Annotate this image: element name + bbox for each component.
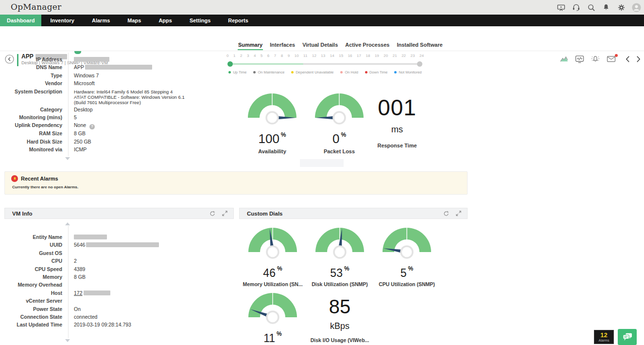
- dial-label: Disk I/O Usage (VIWeb...: [306, 337, 373, 343]
- tab-active-processes[interactable]: Active Processes: [345, 41, 390, 50]
- slider-start-knob[interactable]: [227, 61, 233, 67]
- nav-item-maps[interactable]: Maps: [119, 15, 150, 26]
- info-value: APP: [74, 63, 152, 71]
- dial-unit: %: [277, 330, 282, 337]
- timeline-tick: 14: [330, 54, 334, 58]
- gear-icon[interactable]: [616, 2, 626, 12]
- redacted-value: [74, 57, 109, 62]
- info-value[interactable]: 172: [74, 289, 110, 297]
- info-label: Uplink Dependency: [0, 121, 62, 129]
- support-headset-icon[interactable]: [571, 2, 581, 12]
- chevron-right-icon[interactable]: [636, 55, 641, 63]
- dial-unit: %: [281, 131, 286, 138]
- info-value-text: Hardware: Intel64 Family 6 Model 85 Step…: [74, 89, 185, 105]
- info-row-vendor: VendorMicrosoft: [0, 79, 199, 87]
- timeline-tick: 7: [274, 54, 276, 58]
- user-avatar[interactable]: [631, 2, 641, 12]
- dial-label: Disk Utilization (SNMP): [306, 281, 373, 287]
- timeline-tick: 6: [267, 54, 269, 58]
- tab-installed-software[interactable]: Installed Software: [396, 41, 443, 50]
- timeline-ticks: 0123456789101112131415161718192021222324: [226, 54, 424, 58]
- timeline-tick: 9: [288, 54, 290, 58]
- nav-item-settings[interactable]: Settings: [181, 15, 219, 26]
- info-label: DNS Name: [0, 63, 62, 71]
- info-value-text: Microsoft: [74, 80, 95, 86]
- legend-item-on-hold: On Hold: [340, 70, 358, 74]
- availability-dials: 100%Availability0%Packet Loss001msRespon…: [242, 91, 430, 154]
- info-value-text: 2: [74, 258, 77, 264]
- info-value: 8 GB: [74, 273, 86, 281]
- legend-dot: [340, 71, 343, 73]
- tab-summary[interactable]: Summary: [238, 41, 263, 50]
- ringing-bell-icon[interactable]: [591, 55, 600, 63]
- info-value-text: connected: [74, 314, 97, 320]
- nav-item-reports[interactable]: Reports: [219, 15, 257, 26]
- nav-item-dashboard[interactable]: Dashboard: [0, 15, 41, 26]
- tab-interfaces[interactable]: Interfaces: [269, 41, 296, 50]
- dial-disk-i-o-usage-viweb[interactable]: 85kBpsDisk I/O Usage (VIWeb...: [306, 291, 373, 345]
- timeline-tick: 19: [375, 54, 379, 58]
- info-value-text: 5646: [74, 242, 85, 248]
- nav-item-inventory[interactable]: Inventory: [41, 15, 83, 26]
- vm-scroll-up-caret[interactable]: [65, 222, 70, 225]
- info-value: Hardware: Intel64 Family 6 Model 85 Step…: [74, 88, 186, 106]
- slider-end-knob[interactable]: [417, 61, 422, 67]
- gauge: [247, 291, 298, 325]
- dial-packet-loss[interactable]: 0%Packet Loss: [309, 91, 369, 154]
- info-value: Desktop: [74, 106, 93, 113]
- gauge: [314, 91, 365, 126]
- dial-disk-utilization-snmp[interactable]: 53%Disk Utilization (SNMP): [306, 226, 373, 287]
- dial-label: Memory Utilization (SN...: [239, 281, 306, 287]
- info-label: CPU: [0, 257, 62, 265]
- alarm-count-badge[interactable]: 12 Alarms: [594, 330, 614, 344]
- dial-cpu-utilization-viweb[interactable]: 11%CPU Utilization (VIWeb...: [239, 291, 306, 345]
- info-row-last-updated-time: Last Updated Time2019-03-19 09:28:14.793: [0, 321, 228, 328]
- info-value-text: On: [74, 306, 81, 312]
- dial-value: 001: [365, 95, 430, 120]
- timeline-slider[interactable]: [226, 61, 424, 67]
- info-value-text: None: [74, 122, 86, 128]
- video-wall-icon[interactable]: [556, 2, 566, 12]
- legend-label: Down Time: [369, 70, 388, 74]
- timeline-tick: 2: [240, 54, 242, 58]
- nav-item-apps[interactable]: Apps: [150, 15, 181, 26]
- chat-support-button[interactable]: [618, 329, 637, 345]
- info-value-link[interactable]: 172: [74, 290, 83, 296]
- scroll-down-caret[interactable]: [65, 157, 70, 160]
- tab-virtual-details[interactable]: Virtual Details: [302, 41, 338, 50]
- expand-icon[interactable]: [456, 211, 461, 216]
- info-value-text: ICMP: [74, 146, 87, 152]
- bell-icon[interactable]: [601, 2, 611, 12]
- top-bar: OpManager: [0, 0, 644, 15]
- info-value: 2: [74, 257, 77, 265]
- main-nav: Dashboard Inventory Alarms Maps Apps Set…: [0, 15, 644, 26]
- info-value: Microsoft: [74, 79, 95, 87]
- dial-response-time[interactable]: 001msResponse Time: [365, 91, 430, 154]
- dial-unit: %: [341, 131, 346, 138]
- mail-icon[interactable]: [607, 55, 616, 63]
- dial-memory-utilization-sn[interactable]: 46%Memory Utilization (SN...: [239, 226, 306, 287]
- vm-scroll-down-caret[interactable]: [65, 339, 70, 342]
- info-label: Memory Overhead: [0, 281, 62, 289]
- refresh-icon[interactable]: [443, 211, 449, 217]
- performance-chart-icon[interactable]: [559, 55, 569, 63]
- dial-availability[interactable]: 100%Availability: [242, 91, 302, 154]
- refresh-icon[interactable]: [209, 211, 215, 217]
- legend-label: Dependent Unavailable: [296, 70, 333, 74]
- search-icon[interactable]: [586, 2, 596, 12]
- dial-unit: %: [344, 265, 349, 272]
- info-row-entity-name: Entity Name: [0, 233, 228, 241]
- mail-unread-dot: [615, 54, 618, 57]
- timeline-tick: 20: [383, 54, 388, 58]
- help-icon[interactable]: ?: [89, 124, 95, 129]
- nav-item-alarms[interactable]: Alarms: [83, 15, 119, 26]
- monitor-graph-icon[interactable]: [575, 55, 584, 63]
- dial-cpu-utilization-snmp[interactable]: 5%CPU Utilization (SNMP): [373, 226, 440, 287]
- expand-icon[interactable]: [222, 211, 227, 216]
- timeline-tick: 24: [419, 54, 424, 58]
- info-row-dns-name: DNS NameAPP: [0, 63, 199, 71]
- info-value-text: APP: [74, 64, 84, 70]
- timeline-tick: 8: [281, 54, 283, 58]
- chevron-left-icon[interactable]: [626, 55, 630, 63]
- legend-dot: [228, 71, 231, 73]
